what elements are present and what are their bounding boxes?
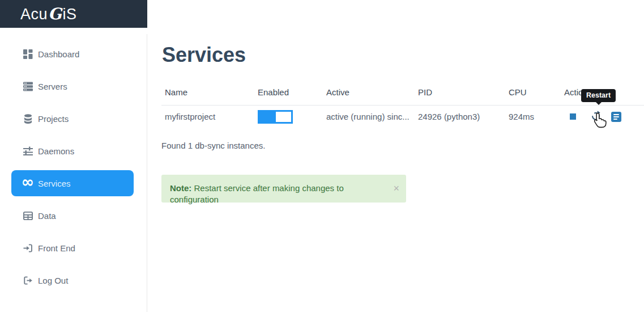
note-alert: Note: Restart service after making chang… (161, 175, 406, 203)
sidebar-item-front-end[interactable]: Front End (11, 235, 134, 261)
sidebar-item-services[interactable]: ∞ Services (11, 170, 134, 196)
toggle-knob (276, 112, 291, 122)
stop-icon[interactable] (570, 113, 576, 120)
sidebar-item-label: Log Out (38, 276, 68, 285)
sidebar-item-projects[interactable]: Projects (11, 106, 134, 132)
sidebar-item-label: Projects (38, 114, 69, 124)
log-out-icon (23, 275, 33, 285)
sidebar-item-label: Dashboard (38, 49, 79, 59)
service-pid: 24926 (python3) (415, 106, 505, 128)
sidebar-item-label: Daemons (38, 146, 74, 156)
dashboard-icon (23, 49, 33, 59)
restart-tooltip: Restart (581, 89, 616, 102)
note-text: Restart service after making changes to … (170, 183, 344, 204)
sidebar-item-label: Services (38, 179, 71, 188)
sliders-icon (23, 146, 33, 156)
col-header-active: Active (323, 83, 415, 106)
sidebar-item-label: Front End (38, 243, 75, 253)
table-row: myfirstproject active (running) sinc... … (161, 106, 644, 128)
note-label: Note: (170, 183, 191, 193)
sidebar: Dashboard Servers Proj (0, 34, 147, 312)
sidebar-item-label: Servers (38, 82, 67, 91)
enabled-toggle[interactable] (258, 110, 293, 124)
col-header-cpu: CPU (505, 83, 561, 106)
services-table: Name Enabled Active PID CPU Actions myfi… (161, 83, 644, 128)
sidebar-item-data[interactable]: Data (11, 203, 134, 229)
sidebar-item-dashboard[interactable]: Dashboard (11, 41, 134, 67)
sidebar-item-log-out[interactable]: Log Out (11, 267, 134, 293)
brand-header: AcuGiS (0, 0, 147, 28)
sidebar-item-servers[interactable]: Servers (11, 73, 134, 99)
servers-icon (23, 81, 33, 91)
sidebar-item-daemons[interactable]: Daemons (11, 138, 134, 164)
database-icon (23, 113, 33, 124)
table-header-row: Name Enabled Active PID CPU Actions (161, 83, 644, 106)
logs-icon[interactable] (611, 112, 621, 122)
col-header-pid: PID (415, 83, 505, 106)
sign-in-icon (23, 243, 33, 253)
service-cpu: 924ms (505, 106, 561, 128)
col-header-enabled: Enabled (254, 83, 323, 106)
close-icon[interactable]: × (393, 183, 399, 194)
restart-icon[interactable] (591, 111, 601, 123)
table-icon (23, 210, 33, 221)
service-name: myfirstproject (161, 106, 254, 128)
found-instances-text: Found 1 db-sync instances. (161, 141, 265, 150)
page-title: Services (162, 43, 246, 67)
col-header-name: Name (161, 83, 254, 106)
main-content: Services Name Enabled Active PID CPU Act… (147, 0, 644, 312)
actions-cell (564, 111, 639, 123)
infinity-icon: ∞ (23, 178, 33, 188)
sidebar-item-label: Data (38, 211, 56, 221)
service-active-status: active (running) sinc... (323, 106, 415, 128)
brand-logo: AcuGiS (20, 5, 76, 23)
brand-logo-g: G (48, 5, 62, 23)
